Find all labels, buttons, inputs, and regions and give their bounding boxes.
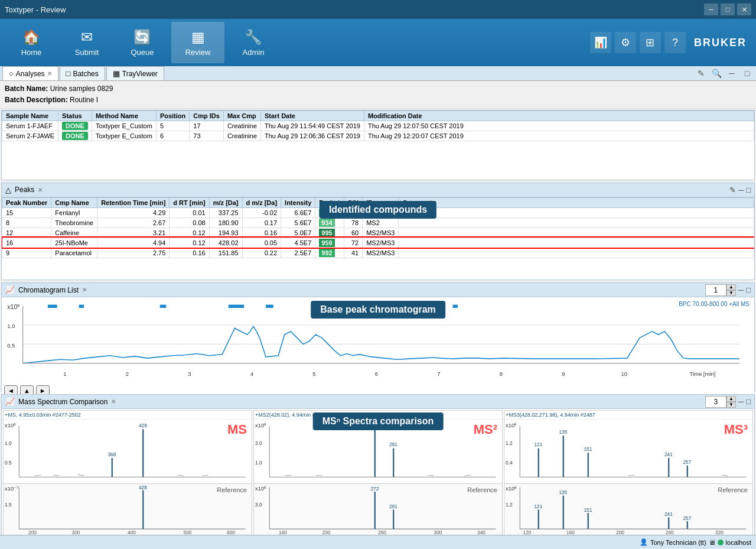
intensity-cell: 2.5E7 [281,248,315,258]
drt-cell: 0.08 [170,217,209,228]
minimize-tab-button[interactable]: ─ [725,67,738,80]
spectrum-maximize-button[interactable]: □ [746,396,751,408]
identified-overlay: Identified compounds [320,201,436,219]
chrom-title: Chromatogram List [18,286,79,294]
peaks-maximize-button[interactable]: □ [746,186,751,194]
drt-cell: 0.12 [170,238,209,248]
dmz-cell: 0.16 [242,228,281,238]
svg-line-38 [78,475,84,476]
minimize-button[interactable]: ─ [704,4,718,15]
table-row[interactable]: Serum 1-FJAEF DONE Toxtyper E_Custom 5 1… [2,121,754,131]
spectrum-page-control: ▲ ▼ [705,396,736,408]
table-row[interactable]: 12 Caffeine 3.21 0.12 194.93 0.16 5.0E7 … [2,228,754,238]
bpc-label: BPC 70.00-800.00 +All MS [679,301,750,307]
spectrum-close[interactable]: ✕ [111,398,116,405]
table-row[interactable]: 16 25I-NBoMe 4.94 0.12 428.02 0.05 4.5E7… [2,238,754,248]
help-icon-button[interactable]: ? [664,32,686,53]
peak-num-cell: 8 [2,217,51,228]
svg-text:9: 9 [562,371,565,377]
svg-text:0.5: 0.5 [5,459,12,465]
user-icon: 👤 [640,538,648,546]
svg-text:5: 5 [312,371,315,377]
spectrum-page-input[interactable] [705,396,726,408]
review-button[interactable]: ▦ Review [171,22,224,63]
spectrum-page-up[interactable]: ▲ [726,396,736,402]
panels-icon-button[interactable]: ⊞ [640,32,661,53]
batches-tab-label: Batches [73,70,98,78]
svg-text:3.0: 3.0 [255,502,262,508]
spectrum-icon: 📈 [5,397,15,406]
table-row[interactable]: 9 Paracetamol 2.75 0.16 151.85 0.22 2.5E… [2,248,754,258]
svg-rect-21 [266,305,273,308]
maximize-button[interactable]: □ [721,4,735,15]
trayviewer-tab[interactable]: ▦ TrayViewer [106,66,164,80]
svg-text:x10⁹: x10⁹ [7,303,19,310]
col-mod-date: Modification Date [364,111,754,121]
svg-text:6: 6 [375,371,378,377]
svg-text:3: 3 [188,371,191,377]
chrom-minimize-button[interactable]: ─ [738,284,744,296]
id-cell: MS2/MS3 [363,238,399,248]
server-name: localhost [726,539,751,546]
svg-line-63 [428,475,434,476]
analyses-tab[interactable]: ○ Analyses ✕ [2,66,58,80]
home-button[interactable]: 🏠 Home [5,22,58,63]
spectrum-overlay-text: MSⁿ Spectra comparison [313,412,444,430]
close-button[interactable]: ✕ [737,4,751,15]
rt-cell: 4.29 [97,207,170,217]
peaks-close[interactable]: ✕ [38,187,43,193]
submit-button[interactable]: ✉ Submit [60,22,113,63]
comment-cell [399,207,754,217]
chrom-maximize-button[interactable]: □ [746,284,751,296]
sample-name-cell: Serum 2-FJAWE [2,131,58,141]
queue-button[interactable]: 🔄 Queue [116,22,169,63]
chrom-page-down[interactable]: ▼ [726,290,736,296]
purity-cell: 959 [315,238,344,248]
method-cell: Toxtyper E_Custom [92,121,156,131]
purity-cell: 995 [315,228,344,238]
chrom-page-input[interactable] [705,284,726,296]
svg-text:1: 1 [63,371,66,377]
ms2-ref-svg: x10⁶ 3.0 272 291 160 200 260 300 [254,484,502,535]
submit-icon: ✉ [81,29,93,46]
svg-text:121: 121 [534,503,542,509]
admin-button[interactable]: 🔧 Admin [227,22,280,63]
chart-icon-button[interactable]: 📊 [590,32,611,53]
chrom-page-up[interactable]: ▲ [726,284,736,290]
svg-text:1.2: 1.2 [506,440,513,446]
peaks-edit-button[interactable]: ✎ [729,186,736,194]
maximize-tab-button[interactable]: □ [741,67,754,80]
review-label: Review [185,48,211,57]
svg-text:2: 2 [126,371,129,377]
cmp-name-cell: Theobromine [51,217,97,228]
edit-tab-button[interactable]: ✎ [695,67,708,80]
table-row[interactable]: 8 Theobromine 2.67 0.08 180.90 0.17 5.6E… [2,217,754,228]
spectrum-page-down[interactable]: ▼ [726,402,736,408]
search-tab-button[interactable]: 🔍 [710,67,723,80]
col-dmz: d m/z [Da] [242,197,281,207]
mz-cell: 180.90 [209,217,242,228]
analyses-tab-close[interactable]: ✕ [47,70,52,77]
dmz-cell: -0.02 [242,207,281,217]
table-row[interactable]: Serum 2-FJAWE DONE Toxtyper E_Custom 6 7… [2,131,754,141]
batches-tab[interactable]: □ Batches [60,66,105,80]
svg-text:10: 10 [621,371,627,377]
ms1-sample-svg: x10⁶ 1.0 0.5 368 428 [4,420,252,483]
spectrum-actions: ▲ ▼ ─ □ [705,396,751,408]
intensity-cell: 5.0E7 [281,228,315,238]
mz-cell: 428.02 [209,238,242,248]
col-status: Status [58,111,92,121]
svg-text:135: 135 [559,429,567,435]
ms1-panel: +MS, 4.95±0.03min #2477-2502 MS x10⁶ 1.0… [3,410,252,542]
col-mz: m/z [Da] [209,197,242,207]
settings-icon-button[interactable]: ⚙ [615,32,636,53]
comment-cell [399,248,754,258]
dmz-cell: 0.22 [242,248,281,258]
comment-cell [399,217,754,228]
chrom-close[interactable]: ✕ [82,287,87,293]
spectrum-minimize-button[interactable]: ─ [738,396,744,408]
peaks-minimize-button[interactable]: ─ [738,186,744,194]
purity-cell: 992 [315,248,344,258]
chrom-overlay: Base peak chromatogram [311,301,445,319]
ms2-ref-label: Reference [467,486,497,493]
